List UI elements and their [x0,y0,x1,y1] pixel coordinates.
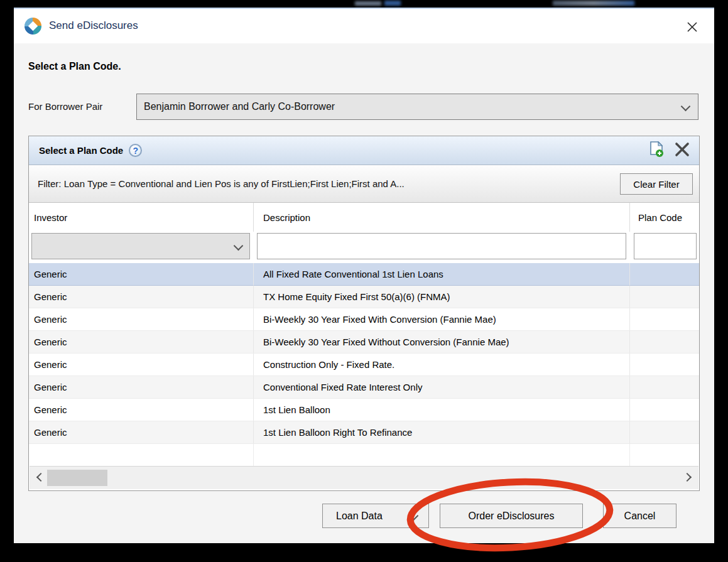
table-row[interactable]: Generic Bi-Weekly 30 Year Fixed With Con… [29,308,699,331]
table-body: Generic All Fixed Rate Conventional 1st … [29,263,699,444]
table-row[interactable]: Generic 1st Lien Balloon [29,399,699,421]
table-row[interactable]: Generic Conventional Fixed Rate Interest… [29,376,699,399]
table-filter-row [29,232,699,263]
table-row[interactable]: Generic Bi-Weekly 30 Year Fixed Without … [29,331,699,354]
column-header-description[interactable]: Description [254,203,630,232]
scrollbar-thumb[interactable] [47,470,107,486]
column-header-investor[interactable]: Investor [29,203,254,232]
title-bar: Send eDisclosures [14,9,714,43]
panel-header: Select a Plan Code ? [29,136,699,165]
filter-summary: Filter: Loan Type = Conventional and Lie… [38,178,486,189]
table-row[interactable]: Generic TX Home Equity Fixed First 50(a)… [29,286,699,308]
clear-filter-button[interactable]: Clear Filter [620,173,693,195]
description-filter-input[interactable] [257,233,626,259]
chevron-down-icon [681,102,691,112]
table-row[interactable]: Generic Construction Only - Fixed Rate. [29,354,699,376]
table-empty-area [29,444,699,468]
filter-bar: Filter: Loan Type = Conventional and Lie… [29,165,699,203]
new-plan-icon[interactable] [649,141,664,160]
app-logo-icon [24,18,41,35]
delete-plan-icon[interactable] [674,141,690,160]
loan-data-button[interactable]: Loan Data [322,504,429,528]
cancel-button[interactable]: Cancel [603,504,676,528]
horizontal-scrollbar[interactable] [30,466,698,489]
scroll-left-icon[interactable] [35,470,45,484]
table-header-row: Investor Description Plan Code [29,203,699,232]
background-artifact [553,1,634,6]
order-edisclosures-button[interactable]: Order eDisclosures [440,504,583,528]
background-artifact [384,1,401,6]
borrower-pair-label: For Borrower Pair [28,101,102,112]
table-row[interactable]: Generic 1st Lien Balloon Right To Refina… [29,421,699,444]
plan-code-panel: Select a Plan Code ? [28,136,700,491]
borrower-pair-dropdown[interactable]: Benjamin Borrower and Carly Co-Borrower [136,94,698,120]
column-header-plan-code[interactable]: Plan Code [630,203,699,232]
chevron-down-icon [234,241,244,251]
scroll-right-icon[interactable] [683,470,693,484]
help-icon[interactable]: ? [129,144,142,157]
borrower-pair-value: Benjamin Borrower and Carly Co-Borrower [144,101,335,112]
loan-data-label: Loan Data [336,511,383,522]
page-title: Select a Plan Code. [28,61,121,72]
plan-code-filter-input[interactable] [634,233,697,259]
investor-filter-dropdown[interactable] [31,233,250,259]
table-row[interactable]: Generic All Fixed Rate Conventional 1st … [29,263,699,286]
chevron-down-icon [409,511,419,521]
background-artifact [355,1,381,6]
panel-title: Select a Plan Code [39,145,123,156]
window-title: Send eDisclosures [49,19,138,32]
send-edisclosures-dialog: Send eDisclosures Select a Plan Code. Fo… [14,8,714,543]
close-icon[interactable] [684,19,700,35]
screen: Send eDisclosures Select a Plan Code. Fo… [0,0,728,562]
